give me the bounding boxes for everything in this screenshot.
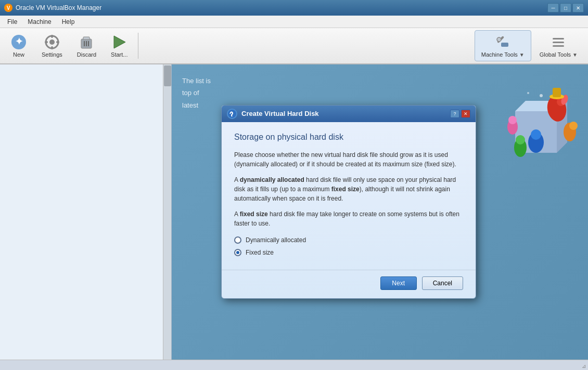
settings-icon bbox=[44, 34, 60, 50]
svg-point-16 bbox=[497, 37, 501, 42]
radio-dynamic-circle[interactable] bbox=[234, 236, 241, 244]
dialog-bold-dynamic: dynamically allocated bbox=[240, 176, 304, 183]
settings-button[interactable]: Settings bbox=[35, 31, 69, 61]
dialog-bold-fixed2: fixed size bbox=[240, 210, 268, 218]
dialog-bold-fixed: fixed size bbox=[331, 186, 360, 193]
dialog-para2: A dynamically allocated hard disk file w… bbox=[234, 175, 463, 203]
dialog-help-button[interactable]: ? bbox=[450, 110, 459, 118]
machine-tools-icon bbox=[494, 34, 511, 50]
title-bar: V Oracle VM VirtualBox Manager ─ □ ✕ bbox=[0, 0, 588, 16]
radio-group: Dynamically allocated Fixed size bbox=[234, 236, 463, 256]
window-title: Oracle VM VirtualBox Manager bbox=[16, 4, 544, 11]
welcome-line1: The list is bbox=[182, 75, 211, 87]
welcome-line3: latest bbox=[182, 99, 211, 111]
radio-fixed-label: Fixed size bbox=[246, 249, 274, 256]
dialog-footer: Next Cancel bbox=[222, 270, 476, 298]
toolbar: ✦ New Settings Di bbox=[0, 28, 588, 64]
svg-point-37 bbox=[527, 92, 529, 94]
next-button[interactable]: Next bbox=[380, 276, 417, 290]
minimize-button[interactable]: ─ bbox=[547, 3, 559, 12]
main-content: ▼ The list is top of latest bbox=[0, 64, 588, 370]
dialog-title-buttons: ? ✕ bbox=[450, 110, 470, 118]
svg-rect-9 bbox=[83, 37, 90, 39]
dialog-para1: Please choose whether the new virtual ha… bbox=[234, 150, 463, 169]
toolbar-separator bbox=[138, 33, 138, 59]
mascot-area bbox=[489, 70, 583, 174]
svg-text:✦: ✦ bbox=[15, 36, 23, 47]
radio-fixed-item[interactable]: Fixed size bbox=[234, 249, 463, 256]
radio-dynamic-label: Dynamically allocated bbox=[246, 236, 306, 244]
menu-machine[interactable]: Machine bbox=[22, 17, 56, 27]
start-icon bbox=[111, 34, 127, 50]
svg-rect-6 bbox=[45, 41, 48, 43]
svg-point-35 bbox=[508, 116, 517, 124]
global-tools-dropdown-icon: ▼ bbox=[572, 52, 578, 58]
new-label: New bbox=[13, 51, 24, 58]
svg-point-33 bbox=[569, 122, 578, 130]
discard-button[interactable]: Discard bbox=[71, 31, 103, 61]
machine-tools-label: Machine Tools bbox=[481, 51, 518, 58]
dialog: Create Virtual Hard Disk ? ✕ Storage on … bbox=[221, 105, 476, 299]
restore-button[interactable]: □ bbox=[560, 3, 571, 12]
new-button[interactable]: ✦ New bbox=[4, 31, 33, 61]
dialog-titlebar: Create Virtual Hard Disk ? ✕ bbox=[222, 105, 476, 122]
start-label: Start... bbox=[111, 51, 127, 58]
app-icon: V bbox=[4, 4, 12, 12]
mascot-svg bbox=[489, 70, 583, 174]
scrollbar-thumb[interactable] bbox=[164, 65, 171, 86]
global-tools-button[interactable]: Global Tools ▼ bbox=[533, 31, 584, 61]
welcome-text: The list is top of latest bbox=[182, 75, 211, 111]
dialog-close-button[interactable]: ✕ bbox=[461, 110, 470, 118]
dialog-para3: A fixed size hard disk file may take lon… bbox=[234, 209, 463, 228]
right-panel: The list is top of latest bbox=[172, 64, 588, 370]
left-panel-content bbox=[0, 64, 171, 73]
radio-dynamic-item[interactable]: Dynamically allocated bbox=[234, 236, 463, 244]
close-button[interactable]: ✕ bbox=[572, 3, 584, 12]
start-button[interactable]: Start... bbox=[105, 31, 134, 61]
resize-handle[interactable]: ⊿ bbox=[580, 362, 588, 370]
dialog-body: Storage on physical hard disk Please cho… bbox=[222, 122, 476, 270]
svg-rect-19 bbox=[553, 45, 564, 47]
svg-rect-4 bbox=[51, 35, 53, 38]
radio-fixed-circle[interactable] bbox=[234, 249, 241, 256]
dialog-title-text: Create Virtual Hard Disk bbox=[241, 110, 446, 117]
menu-bar: File Machine Help bbox=[0, 16, 588, 28]
svg-rect-17 bbox=[553, 38, 564, 39]
window-controls: ─ □ ✕ bbox=[547, 3, 584, 12]
svg-rect-15 bbox=[501, 43, 508, 47]
svg-rect-18 bbox=[553, 42, 564, 43]
svg-point-3 bbox=[49, 39, 55, 45]
machine-tools-button[interactable]: Machine Tools ▼ bbox=[475, 30, 531, 61]
welcome-line2: top of bbox=[182, 87, 211, 99]
status-bar: ⊿ bbox=[0, 360, 588, 370]
settings-label: Settings bbox=[42, 51, 62, 58]
dialog-heading: Storage on physical hard disk bbox=[234, 133, 463, 142]
left-panel: ▼ bbox=[0, 64, 172, 370]
svg-point-31 bbox=[516, 135, 525, 144]
new-icon: ✦ bbox=[10, 34, 27, 50]
svg-point-36 bbox=[540, 94, 543, 97]
svg-marker-13 bbox=[114, 36, 125, 48]
svg-rect-5 bbox=[51, 46, 53, 49]
global-tools-icon bbox=[550, 34, 567, 50]
discard-label: Discard bbox=[77, 51, 96, 58]
svg-rect-7 bbox=[56, 41, 59, 43]
svg-rect-27 bbox=[553, 88, 561, 97]
svg-point-29 bbox=[531, 129, 541, 140]
machine-tools-dropdown-icon: ▼ bbox=[519, 52, 525, 58]
menu-help[interactable]: Help bbox=[57, 17, 80, 27]
global-tools-label: Global Tools bbox=[540, 51, 571, 58]
left-scrollbar[interactable] bbox=[163, 64, 171, 360]
menu-file[interactable]: File bbox=[2, 17, 22, 27]
dialog-title-icon bbox=[227, 109, 237, 119]
discard-icon bbox=[78, 34, 95, 50]
cancel-button[interactable]: Cancel bbox=[422, 276, 463, 290]
